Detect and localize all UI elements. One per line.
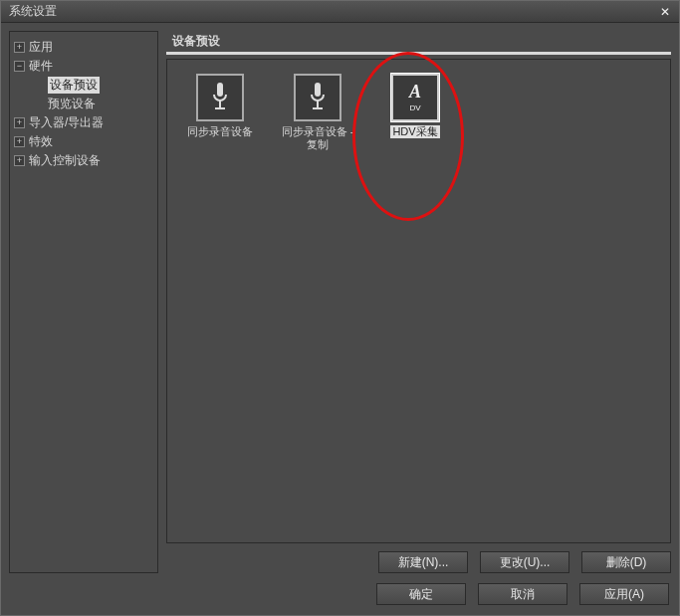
titlebar[interactable]: 系统设置 ✕ [1,1,679,23]
close-icon[interactable]: ✕ [655,4,675,20]
expand-icon[interactable]: + [14,42,25,53]
svg-rect-3 [315,83,321,97]
tree-item-importer-exporter[interactable]: + 导入器/导出器 [14,113,153,132]
settings-tree[interactable]: + 应用 − 硬件 设备预设 预览设备 + 导入器/导出器 [9,31,158,573]
expand-icon[interactable]: + [14,117,25,128]
preset-list: 同步录音设备 同步录音设备 - 复制 A [166,59,671,543]
window-body: + 应用 − 硬件 设备预设 预览设备 + 导入器/导出器 [1,23,679,615]
preset-action-bar: 新建(N)... 更改(U)... 删除(D) [166,551,671,573]
svg-text:DV: DV [409,103,421,112]
svg-text:A: A [408,82,421,102]
microphone-icon [196,74,244,121]
tree-item-effects[interactable]: + 特效 [14,132,153,151]
tree-item-input-control[interactable]: + 输入控制设备 [14,151,153,170]
tree-label: 导入器/导出器 [29,114,104,131]
tree-label: 应用 [29,39,53,56]
right-panel: 设备预设 同步录音设备 同步录音设 [166,31,671,573]
window-title: 系统设置 [9,3,57,20]
preset-label: 同步录音设备 - 复制 [279,125,356,151]
main-area: + 应用 − 硬件 设备预设 预览设备 + 导入器/导出器 [9,31,671,573]
microphone-icon [294,74,341,121]
dv-icon: A DV [391,74,439,121]
tree-item-device-preset[interactable]: 设备预设 [14,76,153,95]
tree-item-app[interactable]: + 应用 [14,38,153,57]
new-button[interactable]: 新建(N)... [378,551,468,573]
tree-label: 硬件 [29,58,53,75]
tree-label: 特效 [29,133,53,150]
dialog-footer: 确定 取消 应用(A) [9,573,671,607]
expand-icon[interactable]: + [14,155,25,166]
delete-button[interactable]: 删除(D) [581,551,671,573]
section-header: 设备预设 [166,31,671,55]
tree-label: 输入控制设备 [29,152,101,169]
cancel-button[interactable]: 取消 [478,583,567,605]
preset-label: HDV采集 [390,125,439,138]
tree-label: 预览设备 [48,96,96,112]
ok-button[interactable]: 确定 [376,583,466,605]
tree-label: 设备预设 [48,77,100,94]
preset-label: 同步录音设备 [187,125,253,138]
apply-button[interactable]: 应用(A) [579,583,669,605]
change-button[interactable]: 更改(U)... [480,551,569,573]
expand-icon[interactable]: + [14,136,25,147]
preset-sync-record-copy[interactable]: 同步录音设备 - 复制 [279,74,356,151]
system-settings-window: 系统设置 ✕ + 应用 − 硬件 设备预设 预览设备 [0,0,680,616]
svg-rect-0 [217,83,223,97]
tree-item-preview-device[interactable]: 预览设备 [14,95,153,113]
preset-sync-record[interactable]: 同步录音设备 [181,74,259,138]
collapse-icon[interactable]: − [14,61,25,72]
preset-hdv-capture[interactable]: A DV HDV采集 [376,74,454,138]
tree-item-hardware[interactable]: − 硬件 [14,57,153,76]
